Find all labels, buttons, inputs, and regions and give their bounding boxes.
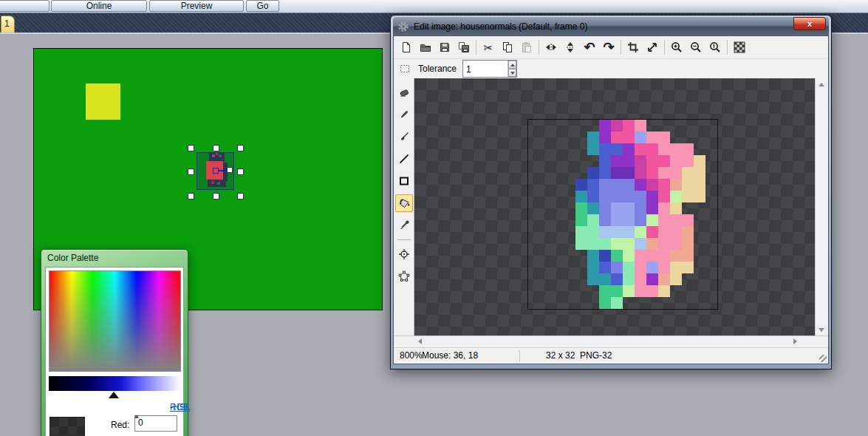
scroll-right-button[interactable] [790,337,799,346]
selection-handle-nw[interactable] [188,145,194,151]
sprite-detail [211,181,214,184]
image-canvas-area[interactable] [414,78,815,335]
image-info: 32 x 32 PNG-32 [546,350,612,361]
tolerance-row: Tolerance [394,59,828,78]
horizontal-scrollbar[interactable] [414,336,816,347]
edit-image-window: Edit image: housenormals (Default, frame… [390,15,832,369]
image-bounds-frame [527,119,718,310]
tool-eraser[interactable] [395,84,413,101]
shift-vertical-button[interactable] [561,38,580,57]
pixel-canvas[interactable] [528,120,717,309]
tool-polygon[interactable] [395,268,413,285]
close-button[interactable]: x [793,17,826,30]
red-spinbox [134,415,177,432]
selection-handle-se[interactable] [237,193,244,200]
zoom-out-button[interactable] [686,38,705,57]
window-title: Edit image: housenormals (Default, frame… [414,21,587,32]
hsl-link[interactable]: HSL [173,402,190,412]
redo-button[interactable]: ↷ [599,38,618,57]
left-arrow-icon [418,338,422,344]
zoom-level: 800% [400,350,423,361]
resize-grip[interactable] [819,355,827,362]
save-button[interactable] [435,38,454,57]
online-button[interactable]: Online [51,0,147,12]
tab-1[interactable]: 1 [1,16,15,33]
sprite-detail [219,154,222,157]
transparency-background-button[interactable] [730,38,749,57]
open-button[interactable] [416,38,435,57]
down-arrow-icon [819,328,824,332]
magic-select-icon[interactable] [397,61,412,76]
zoom-actual-button[interactable] [705,38,725,57]
paste-button[interactable] [517,38,536,57]
sprite-detail [212,154,215,157]
red-down-button[interactable] [136,416,137,418]
red-input[interactable] [135,416,177,428]
vertical-scrollbar[interactable] [815,78,828,335]
selection-handle-s[interactable] [213,193,219,200]
redo-icon: ↷ [603,41,614,54]
tool-pencil[interactable] [395,106,413,123]
sprite-detail [216,153,218,155]
slider-marker-icon[interactable] [109,392,119,398]
selection-center-marker[interactable] [213,168,219,174]
undo-button[interactable]: ↶ [580,38,599,57]
save-as-button[interactable] [454,38,474,57]
shift-horizontal-button[interactable] [541,38,561,57]
go-button[interactable]: Go [246,0,279,12]
tool-fill[interactable] [395,194,413,212]
mouse-position: Mouse: 36, 18 [422,350,478,361]
horizontal-scrollbar-row [394,335,828,347]
tolerance-label: Tolerance [418,64,457,74]
cut-button[interactable]: ✂ [479,38,498,57]
scrollbar-corner [816,336,828,347]
selection-scale-handle[interactable] [227,167,233,173]
editor-toolbar: ✂ ↶ ↷ [394,36,828,59]
selection-handle-sw[interactable] [188,193,194,200]
toolbar-separator [539,40,539,55]
tool-palette [394,78,414,335]
new-button[interactable] [397,38,416,57]
mode-links: RGB - HSL [46,402,173,412]
hue-saturation-field[interactable] [49,270,181,372]
toolbar-separator [664,40,665,55]
copy-button[interactable] [498,38,517,57]
selection-handle-e[interactable] [237,168,244,175]
selection-handle-ne[interactable] [237,145,244,151]
right-arrow-icon [793,338,797,344]
up-arrow-icon [510,64,515,67]
resize-button[interactable] [643,38,662,57]
sprite-detail [217,182,220,185]
tool-line[interactable] [395,150,413,168]
toolbar-button-partial[interactable] [0,0,49,12]
tool-eyedropper[interactable] [395,217,413,234]
preview-button[interactable]: Preview [149,0,244,12]
selection-handle-w[interactable] [188,168,194,175]
color-palette-panel: RGB - HSL Red: [45,267,184,436]
tolerance-input[interactable] [463,61,508,77]
tool-brush[interactable] [395,128,413,146]
down-arrow-icon [510,72,515,75]
lightness-slider[interactable] [49,376,181,391]
scroll-left-button[interactable] [415,337,424,346]
tolerance-down-button[interactable] [508,69,516,77]
current-color-swatch [49,417,85,436]
crop-button[interactable] [623,38,643,57]
yellow-square-object[interactable] [86,84,120,120]
window-body: ✂ ↶ ↷ Tolerance [393,35,829,364]
window-title-bar[interactable]: Edit image: housenormals (Default, frame… [393,17,829,35]
color-palette-title: Color Palette [41,250,188,266]
cut-icon: ✂ [484,42,493,53]
tool-separator [397,239,411,240]
tool-origin[interactable] [395,245,413,263]
desktop: Online Preview Go 1 [0,0,868,436]
red-label: Red: [111,420,129,430]
tolerance-up-button[interactable] [508,61,516,69]
tool-rectangle[interactable] [395,172,413,190]
toolbar-separator [727,40,728,55]
scroll-down-button[interactable] [817,325,826,334]
gear-icon [397,21,409,33]
zoom-in-button[interactable] [667,38,686,57]
selection-handle-n[interactable] [213,145,219,151]
scroll-up-button[interactable] [817,80,826,89]
